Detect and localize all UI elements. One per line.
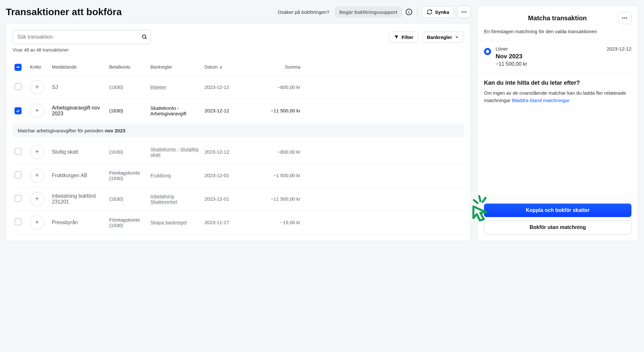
row-message: Pressbyrån xyxy=(52,220,107,225)
row-bankrule[interactable]: Skapa bankregel xyxy=(150,220,202,225)
row-date: 2023-12-12 xyxy=(204,108,250,113)
row-account: Företagskonto (1930) xyxy=(109,217,148,228)
help-prompt-text: Osäker på bokföringen? xyxy=(278,9,329,15)
table-row[interactable]: +Slutlig skatt(1630)Skattekonto - Slutgi… xyxy=(13,140,464,164)
row-checkbox[interactable] xyxy=(14,171,22,178)
row-sum: −600,00 kr xyxy=(252,84,300,90)
select-all-checkbox[interactable] xyxy=(14,64,22,71)
row-checkbox[interactable] xyxy=(14,218,22,225)
request-support-button[interactable]: Begär bokföringssupport xyxy=(335,6,402,18)
row-account: (1630) xyxy=(109,108,148,113)
search-icon xyxy=(142,34,147,40)
row-sum: −1 500,00 kr xyxy=(252,173,300,178)
row-message: Slutlig skatt xyxy=(52,149,107,155)
bankrules-button[interactable]: Bankregler xyxy=(422,32,464,43)
row-bankrule[interactable]: Inbetalning Skatteverket xyxy=(150,194,202,205)
row-date: 2023-12-01 xyxy=(204,196,250,202)
col-betalkonto: Betalkonto xyxy=(109,64,148,70)
add-receipt-button[interactable]: + xyxy=(30,192,44,206)
svg-line-14 xyxy=(474,200,478,203)
refresh-icon xyxy=(427,9,432,15)
match-radio-selected[interactable] xyxy=(484,48,491,55)
svg-point-10 xyxy=(624,17,625,18)
sync-label: Synka xyxy=(435,9,449,15)
add-receipt-button[interactable]: + xyxy=(30,215,44,230)
row-sum: −11 500,00 kr xyxy=(252,196,300,202)
col-kvitto: Kvitto xyxy=(30,64,49,70)
col-bankregler: Bankregler xyxy=(150,64,202,70)
table-row[interactable]: +Inbetalning bokförd 231201(1630)Inbetal… xyxy=(13,187,464,211)
svg-line-13 xyxy=(483,198,486,202)
row-account: (1930) xyxy=(109,84,148,90)
filter-label: Filter xyxy=(402,34,413,40)
more-options-button[interactable] xyxy=(457,6,471,18)
help-title: Kan du inte hitta det du letar efter? xyxy=(484,80,631,86)
sort-desc-icon xyxy=(219,65,223,69)
book-without-match-button[interactable]: Bokför utan matchning xyxy=(484,220,631,234)
table-row[interactable]: +Arbetsgivaravgift nov 2023(1630)Skattek… xyxy=(13,99,464,123)
row-date: 2023-12-12 xyxy=(204,84,250,90)
filter-button[interactable]: Filter xyxy=(389,32,418,43)
match-panel-more-button[interactable] xyxy=(618,12,631,24)
row-checkbox[interactable] xyxy=(14,107,22,114)
search-input[interactable] xyxy=(16,32,142,43)
svg-point-2 xyxy=(409,10,409,11)
row-date: 2023-12-12 xyxy=(204,149,250,155)
filter-icon xyxy=(394,34,399,40)
add-receipt-button[interactable]: + xyxy=(30,145,44,159)
row-account: (1630) xyxy=(109,196,148,202)
table-row[interactable]: +PressbyrånFöretagskonto (1930)Skapa ban… xyxy=(13,211,464,234)
row-sum: −800,00 kr xyxy=(252,149,300,155)
row-bankrule[interactable]: Skattekonto - Slutgiltig skatt xyxy=(150,147,202,157)
search-input-wrap[interactable] xyxy=(13,30,151,44)
row-sum: −11 500,00 kr xyxy=(252,108,300,113)
sync-button[interactable]: Synka xyxy=(422,6,454,18)
row-bankrule[interactable]: Fruktkorg xyxy=(150,173,202,178)
row-bankrule: Skattekonto - Arbetsgivaravgift xyxy=(150,105,202,116)
add-receipt-button[interactable]: + xyxy=(30,80,44,94)
table-row[interactable]: +SJ(1930)Biljetter2023-12-12−600,00 kr xyxy=(13,76,464,99)
match-amount: −11 500,00 kr xyxy=(496,61,631,67)
row-date: 2023-11-27 xyxy=(204,220,250,225)
add-receipt-button[interactable]: + xyxy=(30,168,44,183)
row-account: (1630) xyxy=(109,149,148,155)
row-message: SJ xyxy=(52,84,107,90)
col-summa: Summa xyxy=(252,64,300,70)
chevron-down-icon xyxy=(455,35,459,39)
link-and-book-button[interactable]: Koppla och bokför skatter xyxy=(484,204,631,217)
table-row[interactable]: +Fruktkorgen ABFöretagskonto (1930)Frukt… xyxy=(13,164,464,187)
browse-matches-link[interactable]: Bläddra bland matchningar xyxy=(512,98,570,103)
svg-point-5 xyxy=(465,11,466,12)
row-account: Företagskonto (1930) xyxy=(109,170,148,181)
match-info-bar: Matchar arbetsgivaravgifter för perioden… xyxy=(13,124,464,137)
col-datum[interactable]: Datum xyxy=(204,64,250,70)
row-message: Arbetsgivaravgift nov 2023 xyxy=(52,105,107,117)
svg-point-11 xyxy=(626,17,627,18)
svg-point-6 xyxy=(142,35,146,38)
svg-point-9 xyxy=(622,17,623,18)
match-date: 2023-12-12 xyxy=(607,46,631,52)
info-icon[interactable] xyxy=(405,8,412,15)
col-meddelande: Meddelande xyxy=(52,64,107,70)
svg-point-3 xyxy=(462,11,463,12)
row-checkbox[interactable] xyxy=(14,195,22,202)
help-text: Om ingen av de ovanstående matchar kan d… xyxy=(484,90,631,104)
add-receipt-button[interactable]: + xyxy=(30,104,44,118)
showing-count: Visar 48 av 48 transaktioner xyxy=(13,47,464,52)
svg-line-7 xyxy=(145,38,147,39)
row-checkbox[interactable] xyxy=(14,148,22,155)
svg-point-4 xyxy=(463,11,464,12)
row-sum: −19,00 kr xyxy=(252,220,300,225)
match-option[interactable]: Löner 2023-12-12 Nov 2023 −11 500,00 kr xyxy=(478,40,638,73)
row-message: Fruktkorgen AB xyxy=(52,173,107,178)
match-label: Löner xyxy=(496,46,508,52)
bankrules-label: Bankregler xyxy=(427,34,452,40)
svg-line-12 xyxy=(479,196,480,201)
page-title: Transaktioner att bokföra xyxy=(6,6,122,17)
row-message: Inbetalning bokförd 231201 xyxy=(52,193,107,205)
row-date: 2023-12-01 xyxy=(204,173,250,178)
match-panel-title: Matcha transaktion xyxy=(497,14,618,22)
row-checkbox[interactable] xyxy=(14,83,22,90)
row-bankrule[interactable]: Biljetter xyxy=(150,84,202,90)
match-title: Nov 2023 xyxy=(496,53,631,60)
